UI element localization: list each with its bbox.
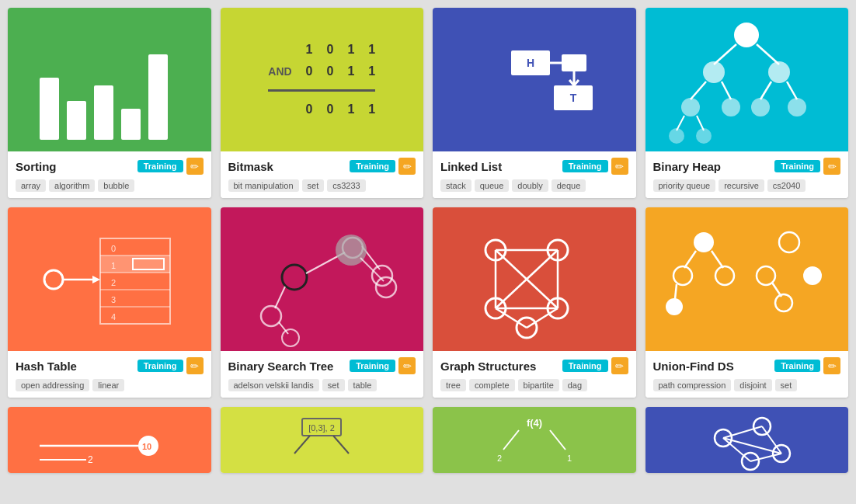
card-bitmask[interactable]: 1011 AND0011 0011 Bitmask Training ✏ (221, 8, 424, 198)
tags-bitmask: bit manipulation set cs3233 (228, 179, 416, 192)
svg-point-82 (775, 294, 792, 311)
card-title-sorting: Sorting (16, 160, 57, 173)
svg-point-25 (751, 98, 770, 116)
svg-line-19 (691, 82, 706, 99)
svg-marker-33 (92, 276, 100, 283)
card-binaryheap[interactable]: Binary Heap Training ✏ priority queue re… (645, 8, 849, 198)
tags-hashtable: open addressing linear (16, 379, 204, 391)
svg-point-17 (703, 61, 725, 83)
pencil-icon-linkedlist[interactable]: ✏ (611, 158, 628, 175)
card-graph[interactable]: Graph Structures Training ✏ tree complet… (433, 207, 636, 398)
pencil-icon-binaryheap[interactable]: ✏ (823, 158, 840, 175)
svg-rect-3 (121, 109, 141, 140)
svg-point-55 (261, 306, 281, 326)
card-image-hashtable: 0 1 2 3 4 (8, 207, 211, 351)
badge-linkedlist: Training (562, 160, 608, 172)
svg-text:[0,3], 2: [0,3], 2 (308, 423, 335, 433)
card-sorting[interactable]: Sorting Training ✏ array algorithm bubbl… (8, 8, 211, 198)
card-info-binaryheap: Binary Heap Training ✏ priority queue re… (645, 151, 849, 198)
badge-sorting: Training (137, 160, 183, 172)
card-linkedlist[interactable]: H T Linked List Training ✏ (433, 8, 636, 198)
tag-cs2040[interactable]: cs2040 (767, 179, 806, 192)
card-title-bst: Binary Search Tree (228, 360, 334, 373)
pencil-icon-sorting[interactable]: ✏ (186, 158, 204, 175)
hashtable-svg: 0 1 2 3 4 (24, 207, 195, 351)
svg-point-57 (282, 329, 299, 346)
card-partial3[interactable]: f(4) 2 1 (433, 407, 636, 473)
tag-bipartite[interactable]: bipartite (518, 379, 559, 391)
tag-tree[interactable]: tree (440, 379, 466, 391)
tag-recursive[interactable]: recursive (719, 179, 764, 192)
tag-array[interactable]: array (16, 179, 46, 192)
card-image-partial1: 10 2 (8, 407, 211, 473)
svg-point-79 (803, 266, 822, 285)
tag-path-compression[interactable]: path compression (653, 379, 732, 391)
svg-point-23 (681, 98, 700, 116)
tag-stack[interactable]: stack (440, 179, 471, 192)
pencil-icon-graph[interactable]: ✏ (611, 357, 628, 374)
svg-text:4: 4 (111, 312, 116, 322)
card-image-sorting (8, 8, 211, 151)
svg-line-90 (294, 436, 310, 454)
svg-text:1: 1 (111, 261, 116, 270)
svg-text:10: 10 (142, 442, 151, 451)
card-title-graph: Graph Structures (440, 360, 536, 373)
tag-linear[interactable]: linear (92, 379, 124, 391)
svg-point-71 (694, 232, 714, 252)
tag-open-addressing[interactable]: open addressing (16, 379, 89, 391)
tag-bit-manipulation[interactable]: bit manipulation (228, 179, 299, 192)
tag-cs3233[interactable]: cs3233 (327, 179, 365, 192)
svg-line-93 (503, 430, 519, 450)
tag-queue[interactable]: queue (475, 179, 510, 192)
card-image-linkedlist: H T (433, 8, 636, 151)
card-grid: Sorting Training ✏ array algorithm bubbl… (8, 8, 848, 473)
tag-table-bst[interactable]: table (348, 379, 378, 391)
card-title-linkedlist: Linked List (440, 160, 502, 173)
unionfind-svg (661, 207, 832, 351)
tag-doubly[interactable]: doubly (512, 179, 548, 192)
card-partial1[interactable]: 10 2 (8, 407, 211, 473)
pencil-icon-bst[interactable]: ✏ (398, 357, 416, 374)
tag-deque[interactable]: deque (552, 179, 586, 192)
card-partial4[interactable] (645, 407, 849, 473)
pencil-icon-unionfind[interactable]: ✏ (823, 357, 840, 374)
card-image-partial2: [0,3], 2 (221, 407, 424, 473)
svg-point-26 (788, 98, 806, 116)
pencil-icon-bitmask[interactable]: ✏ (398, 158, 416, 175)
svg-text:2: 2 (497, 454, 502, 463)
tag-set-uf[interactable]: set (775, 379, 798, 391)
svg-point-50 (372, 266, 392, 286)
badge-binaryheap: Training (774, 160, 820, 172)
card-image-partial3: f(4) 2 1 (433, 407, 636, 473)
tag-set-bitmask[interactable]: set (302, 179, 325, 192)
svg-rect-8 (562, 54, 586, 71)
tag-algorithm[interactable]: algorithm (49, 179, 95, 192)
svg-line-20 (722, 82, 731, 99)
svg-text:2: 2 (88, 454, 93, 465)
card-bst[interactable]: Binary Search Tree Training ✏ adelson ve… (221, 207, 424, 398)
tag-set-bst[interactable]: set (322, 379, 345, 391)
card-partial2[interactable]: [0,3], 2 (221, 407, 424, 473)
tags-sorting: array algorithm bubble (16, 179, 204, 192)
svg-point-77 (666, 298, 683, 315)
svg-line-16 (757, 44, 779, 64)
card-image-partial4 (645, 407, 849, 473)
tag-dag[interactable]: dag (562, 379, 587, 391)
card-unionfind[interactable]: Union-Find DS Training ✏ path compressio… (645, 207, 849, 398)
tag-priority-queue[interactable]: priority queue (653, 179, 716, 192)
heap-svg (661, 8, 832, 151)
card-info-bst: Binary Search Tree Training ✏ adelson ve… (221, 351, 424, 398)
tag-complete[interactable]: complete (469, 379, 515, 391)
tag-adelson[interactable]: adelson velskii landis (228, 379, 319, 391)
card-hashtable[interactable]: 0 1 2 3 4 Hash Table Training ✏ open add… (8, 207, 211, 398)
card-image-unionfind (645, 207, 849, 351)
tag-disjoint[interactable]: disjoint (734, 379, 771, 391)
barchart-svg (24, 8, 195, 151)
badge-unionfind: Training (774, 360, 820, 372)
svg-point-78 (779, 232, 799, 252)
tag-bubble[interactable]: bubble (98, 179, 134, 192)
svg-line-72 (684, 251, 696, 268)
pencil-icon-hashtable[interactable]: ✏ (186, 357, 204, 374)
svg-point-46 (282, 265, 307, 290)
card-title-binaryheap: Binary Heap (653, 160, 722, 173)
